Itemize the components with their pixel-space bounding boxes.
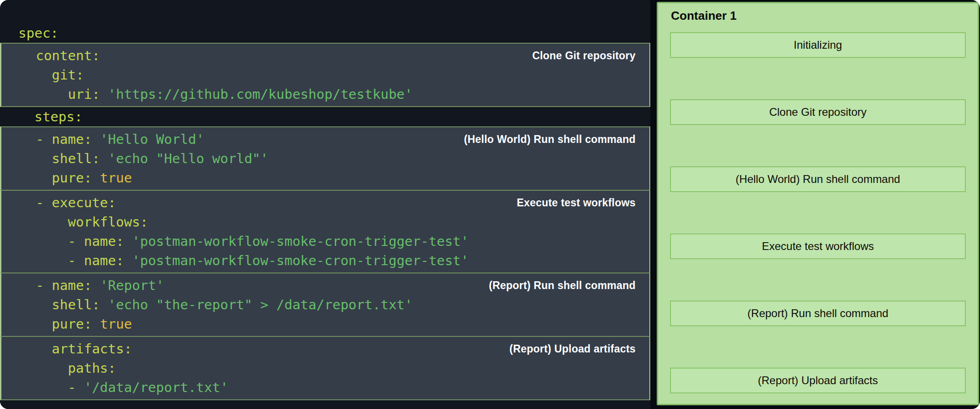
step-label: (Hello World) Run shell command bbox=[464, 130, 636, 149]
indent bbox=[20, 86, 68, 102]
step-label: Clone Git repository bbox=[532, 46, 636, 65]
yaml-key: pure: bbox=[52, 170, 92, 186]
yaml-key: spec: bbox=[18, 25, 58, 41]
yaml-dash: - bbox=[36, 195, 52, 210]
yaml-key: name: bbox=[84, 253, 124, 268]
yaml-value: 'echo "the-report" > /data/report.txt' bbox=[108, 297, 412, 312]
yaml-key: name: bbox=[52, 278, 92, 293]
indent bbox=[20, 67, 52, 83]
indent bbox=[20, 131, 36, 147]
yaml-key: artifacts: bbox=[52, 341, 132, 357]
code-line: spec: bbox=[0, 23, 650, 43]
code-step-block[interactable]: - name: 'Hello World' shell: 'echo "Hell… bbox=[0, 126, 650, 191]
indent bbox=[20, 170, 52, 186]
yaml-dash: - bbox=[68, 233, 84, 249]
code-editor: spec: content: git: uri: 'https://github… bbox=[0, 0, 650, 409]
code-step-block[interactable]: - name: 'Report' shell: 'echo "the-repor… bbox=[0, 273, 650, 337]
indent bbox=[20, 380, 68, 395]
step-label: (Report) Upload artifacts bbox=[509, 339, 636, 358]
container-step-box[interactable]: (Report) Run shell command bbox=[670, 301, 966, 326]
yaml-key: name: bbox=[52, 131, 92, 147]
indent bbox=[20, 195, 36, 210]
container-step-box[interactable]: (Hello World) Run shell command bbox=[670, 166, 966, 192]
yaml-value: true bbox=[100, 170, 132, 186]
step-label: (Report) Run shell command bbox=[489, 276, 636, 295]
indent bbox=[18, 109, 34, 125]
yaml-key: shell: bbox=[52, 151, 100, 166]
code-rows: spec: bbox=[0, 23, 650, 43]
indent bbox=[20, 253, 68, 268]
yaml-value: 'postman-workflow-smoke-cron-trigger-tes… bbox=[132, 253, 468, 268]
code-line: git: bbox=[1, 65, 649, 85]
yaml-key: content: bbox=[36, 48, 100, 63]
indent bbox=[20, 151, 52, 166]
indent bbox=[20, 297, 52, 312]
step-label: Execute test workflows bbox=[517, 193, 636, 212]
indent bbox=[20, 278, 36, 293]
space bbox=[92, 316, 100, 332]
indent bbox=[20, 316, 52, 332]
code-rows: steps: bbox=[0, 107, 650, 126]
code-step-block[interactable]: artifacts: paths: - '/data/report.txt'(R… bbox=[0, 336, 650, 400]
indent bbox=[20, 48, 36, 63]
space bbox=[100, 86, 108, 102]
yaml-value: 'postman-workflow-smoke-cron-trigger-tes… bbox=[132, 233, 468, 249]
space bbox=[92, 131, 100, 147]
yaml-dash: - bbox=[36, 131, 52, 147]
yaml-value: 'Report' bbox=[100, 278, 164, 293]
code-line: shell: 'echo "Hello world"' bbox=[1, 149, 649, 168]
container-panel: Container 1 InitializingClone Git reposi… bbox=[657, 2, 979, 405]
container-step-box[interactable]: (Report) Upload artifacts bbox=[670, 368, 966, 393]
indent bbox=[20, 341, 52, 357]
container-step-box[interactable]: Clone Git repository bbox=[670, 99, 966, 125]
code-line: uri: 'https://github.com/kubeshop/testku… bbox=[1, 85, 649, 104]
indent bbox=[20, 233, 68, 249]
yaml-key: steps: bbox=[34, 109, 83, 125]
code-line: workflows: bbox=[1, 212, 649, 232]
code-line: steps: bbox=[0, 107, 650, 126]
yaml-value: true bbox=[100, 316, 132, 332]
space bbox=[124, 253, 132, 268]
space bbox=[124, 233, 132, 249]
yaml-dash: - bbox=[36, 278, 52, 293]
yaml-key: uri: bbox=[68, 86, 100, 102]
code-line: shell: 'echo "the-report" > /data/report… bbox=[1, 295, 649, 314]
container-step-box[interactable]: Execute test workflows bbox=[670, 233, 966, 259]
code-line: pure: true bbox=[1, 168, 649, 187]
code-line: - '/data/report.txt' bbox=[1, 378, 649, 397]
yaml-key: execute: bbox=[52, 195, 116, 210]
container-step-box[interactable]: Initializing bbox=[670, 32, 966, 58]
container-step-list: InitializingClone Git repository(Hello W… bbox=[658, 3, 978, 393]
yaml-value: 'echo "Hello world"' bbox=[108, 151, 268, 166]
yaml-key: workflows: bbox=[68, 214, 148, 230]
indent bbox=[20, 360, 68, 376]
indent bbox=[20, 214, 68, 230]
code-step-block[interactable]: - execute: workflows: - name: 'postman-w… bbox=[0, 190, 650, 273]
code-line: pure: true bbox=[1, 314, 649, 334]
code-line: paths: bbox=[1, 358, 649, 378]
yaml-value: 'Hello World' bbox=[100, 131, 204, 147]
space bbox=[100, 297, 108, 312]
space bbox=[92, 278, 100, 293]
container-title: Container 1 bbox=[671, 9, 737, 23]
yaml-key: git: bbox=[52, 67, 84, 83]
code-line: - name: 'postman-workflow-smoke-cron-tri… bbox=[1, 251, 649, 270]
workflow-visualization: spec: content: git: uri: 'https://github… bbox=[0, 0, 980, 409]
yaml-key: shell: bbox=[52, 297, 100, 312]
yaml-key: pure: bbox=[52, 316, 92, 332]
space bbox=[100, 151, 108, 166]
yaml-dash: - bbox=[68, 380, 84, 395]
yaml-key: name: bbox=[84, 233, 124, 249]
yaml-value: 'https://github.com/kubeshop/testkube' bbox=[108, 86, 412, 102]
yaml-key: paths: bbox=[68, 360, 116, 376]
space bbox=[92, 170, 100, 186]
code-line: - name: 'postman-workflow-smoke-cron-tri… bbox=[1, 232, 649, 251]
code-step-block[interactable]: content: git: uri: 'https://github.com/k… bbox=[0, 43, 650, 107]
yaml-dash: - bbox=[68, 253, 84, 268]
yaml-value: '/data/report.txt' bbox=[84, 380, 228, 395]
